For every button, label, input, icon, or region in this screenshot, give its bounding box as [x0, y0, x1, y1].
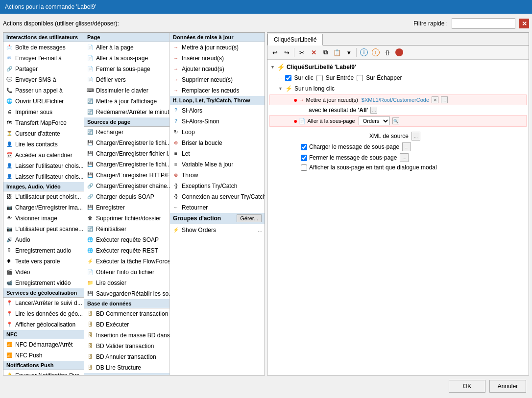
list-item[interactable]: 📩Boîte de messages	[3, 42, 84, 53]
list-item[interactable]: ✉Envoyer l'e-mail à	[3, 53, 84, 64]
list-item[interactable]: →Mettre à jour nœud(s)	[170, 42, 265, 53]
list-item[interactable]: ⌨Dissimuler le clavier	[84, 85, 169, 96]
cut-button[interactable]: ✂	[296, 47, 307, 58]
list-item[interactable]: 🖨Imprimer sous	[3, 107, 84, 117]
list-item[interactable]: 💾Charger/Enregistrer fichier l...	[84, 148, 169, 159]
list-item[interactable]: 🗄BD Exécuter	[84, 319, 169, 330]
expand-icon2[interactable]: ▼	[278, 84, 283, 93]
close-message-checkbox[interactable]	[301, 155, 307, 161]
list-item[interactable]: 📁Lire dossier	[84, 278, 169, 288]
list-item[interactable]: ⊗Throw	[170, 170, 265, 181]
list-item[interactable]: {}Exceptions Try/Catch	[170, 181, 265, 191]
brace-button[interactable]: {}	[382, 47, 393, 58]
list-item[interactable]: 💬Envoyer SMS à	[3, 74, 84, 85]
list-item[interactable]: 📄Fermer la sous-page	[84, 64, 169, 74]
redo-button[interactable]: ↪	[281, 47, 292, 58]
info-button[interactable]: i	[359, 47, 369, 58]
list-item[interactable]: 💾Enregistrer	[84, 202, 169, 213]
tree-node-goto-subpage[interactable]: ● 📄 Aller à la sous-page Orders 🔍	[269, 115, 527, 127]
list-item[interactable]: 📍Afficher géolocalisation	[3, 319, 84, 330]
list-item[interactable]: 🔄Recharger	[84, 127, 169, 138]
orders-dropdown[interactable]: Orders	[359, 117, 390, 125]
tree-node-root[interactable]: ▼ ⚡ CliquéSurLibellé 'Label9'	[269, 62, 527, 72]
filter-input[interactable]	[452, 18, 515, 29]
list-item[interactable]: 👁Visionner image	[3, 213, 84, 224]
list-item[interactable]: 📶NFC Démarrage/Arrêt	[3, 339, 84, 350]
sur-echapper-checkbox[interactable]	[357, 75, 363, 81]
tree-node-update-node[interactable]: ● → Mettre à jour nœud(s) $XML1/Root/Cus…	[269, 94, 527, 105]
list-item[interactable]: 🎙Enregistrement audio	[3, 245, 84, 256]
sur-clic-checkbox[interactable]	[285, 75, 291, 81]
tab-clique-sur-libelle[interactable]: CliquéSurLibellé	[267, 34, 323, 46]
ok-button[interactable]: OK	[449, 380, 485, 393]
list-item[interactable]: 🖼L'utilisateur peut choisir...	[3, 191, 84, 202]
list-item[interactable]: 🌐Exécuter requête SOAP	[84, 234, 169, 245]
list-item[interactable]: 📞Passer un appel à	[3, 85, 84, 96]
list-item[interactable]: 📅Accéder au calendrier	[3, 150, 84, 161]
list-item[interactable]: ←Retourner	[170, 202, 265, 213]
xml-source-btn[interactable]: …	[411, 132, 420, 140]
modal-dialog-checkbox[interactable]	[301, 164, 307, 171]
more-button[interactable]: ...	[258, 225, 263, 235]
load-message-checkbox[interactable]	[301, 144, 307, 150]
list-item[interactable]: 💾Charger/Enregistrer HTTP/F...	[84, 170, 169, 181]
undo-button[interactable]: ↩	[269, 47, 280, 58]
list-item[interactable]: 💾Charger/Enregistrer le fichi...	[84, 138, 169, 148]
list-item[interactable]: 👤Lire les contacts	[3, 139, 84, 150]
paste-dropdown-button[interactable]: ▾	[343, 47, 354, 58]
list-item[interactable]: 💾Sauvegarder/Rétablir les so...	[84, 288, 169, 299]
paste-button[interactable]: 📋	[332, 47, 342, 58]
list-item[interactable]: 🌐Ouvrir URL/Fichier	[3, 96, 84, 107]
list-item[interactable]: 📹Enregistrement vidéo	[3, 278, 84, 288]
list-item[interactable]: ⊗Briser la boucle	[170, 138, 265, 148]
copy-button[interactable]: ⧉	[320, 47, 331, 58]
list-item[interactable]: 👤Laisser l'utilisateur chois...	[3, 171, 84, 182]
xml-edit-btn[interactable]: …	[441, 96, 448, 103]
list-item[interactable]: 💾Charger/Enregistrer le fichi...	[84, 159, 169, 170]
list-item[interactable]: 📍Lire les données de géo...	[3, 308, 84, 319]
list-item[interactable]: 👤Laisser l'utilisateur chois...	[3, 161, 84, 171]
list-item[interactable]: 🌐Exécuter requête REST	[84, 245, 169, 256]
list-item[interactable]: 🎬Vidéo	[3, 267, 84, 278]
list-item[interactable]: →Ajouter nœud(s)	[170, 64, 265, 74]
list-item[interactable]: 📄Obtenir l'info du fichier	[84, 267, 169, 278]
list-item[interactable]: →Insérer nœud(s)	[170, 53, 265, 64]
list-item[interactable]: 🗄BD Commencer transaction	[84, 308, 169, 319]
list-item[interactable]: 📄Défiler vers	[84, 74, 169, 85]
delete-button[interactable]: ✕	[308, 47, 319, 58]
list-item[interactable]: ↻Loop	[170, 127, 265, 138]
expand-icon[interactable]: ▼	[270, 63, 275, 71]
list-item[interactable]: 🔊Audio	[3, 234, 84, 245]
list-item[interactable]: ?Si-Alors	[170, 105, 265, 116]
list-item[interactable]: 📄Aller à la page	[84, 42, 169, 53]
list-item[interactable]: 🔔Envoyer Notification Pus...	[3, 370, 84, 375]
list-item[interactable]: 🔄Réinitialiser	[84, 224, 169, 234]
group-item[interactable]: ⚡ Show Orders ...	[170, 224, 265, 236]
warn-button[interactable]: !	[370, 47, 381, 58]
list-item[interactable]: →Supprimer nœud(s)	[170, 74, 265, 85]
result-edit-btn[interactable]: …	[370, 107, 377, 114]
subpage-icon-btn[interactable]: 🔍	[392, 117, 399, 124]
load-message-btn[interactable]: …	[402, 142, 411, 151]
list-item[interactable]: 📶NFC Push	[3, 350, 84, 361]
list-item[interactable]: ?Si-Alors-Sinon	[170, 116, 265, 127]
filter-clear-button[interactable]: ✕	[519, 19, 529, 28]
list-item[interactable]: ⏳Curseur d'attente	[3, 128, 84, 139]
list-item[interactable]: 🗄Insertion de masse BD dans...	[84, 330, 169, 341]
list-item[interactable]: →Remplacer les nœuds	[170, 85, 265, 96]
list-item[interactable]: ≡Let	[170, 148, 265, 159]
list-item[interactable]: 🗣Texte vers parole	[3, 256, 84, 267]
list-item[interactable]: ≡Variable Mise à jour	[170, 159, 265, 170]
list-item[interactable]: 📄Aller à la sous-page	[84, 53, 169, 64]
list-item[interactable]: 🔄Redémarrer/Arrêter le minut...	[84, 107, 169, 117]
manage-button[interactable]: Gérer...	[237, 214, 262, 222]
tree-node-long-clic[interactable]: ▼ ⚡ Sur un long clic	[277, 83, 527, 94]
list-item[interactable]: 🔗Charger/Enregistrer chaîne...	[84, 181, 169, 191]
list-item[interactable]: 🗄DB Lire Structure	[84, 362, 169, 373]
list-item[interactable]: 🗄BD Annuler transaction	[84, 351, 169, 362]
list-item[interactable]: {}Connexion au serveur Try/Catch	[170, 191, 265, 202]
list-item[interactable]: 📷Charger/Enregistrer ima...	[3, 202, 84, 213]
list-item[interactable]: 📷L'utilisateur peut scanne...	[3, 224, 84, 234]
close-message-btn[interactable]: …	[400, 153, 409, 162]
list-item[interactable]: 🗑Supprimer fichier/dossier	[84, 213, 169, 224]
